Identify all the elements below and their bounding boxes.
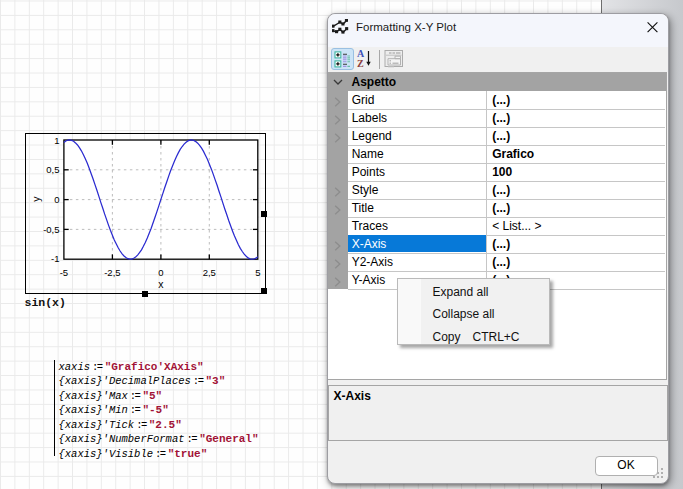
svg-text:0: 0 <box>158 267 163 278</box>
svg-text:Z: Z <box>357 58 364 69</box>
svg-text:-2,5: -2,5 <box>104 267 120 278</box>
svg-text:y: y <box>30 196 42 202</box>
svg-text:0: 0 <box>54 194 59 205</box>
svg-text:x: x <box>158 278 164 290</box>
svg-text:2,5: 2,5 <box>203 267 216 278</box>
svg-text:-5: -5 <box>60 267 68 278</box>
svg-text:5: 5 <box>255 267 260 278</box>
svg-text:1: 1 <box>54 135 59 146</box>
svg-text:-1: -1 <box>51 253 59 264</box>
svg-text:-0,5: -0,5 <box>43 224 59 235</box>
svg-text:0,5: 0,5 <box>46 164 59 175</box>
